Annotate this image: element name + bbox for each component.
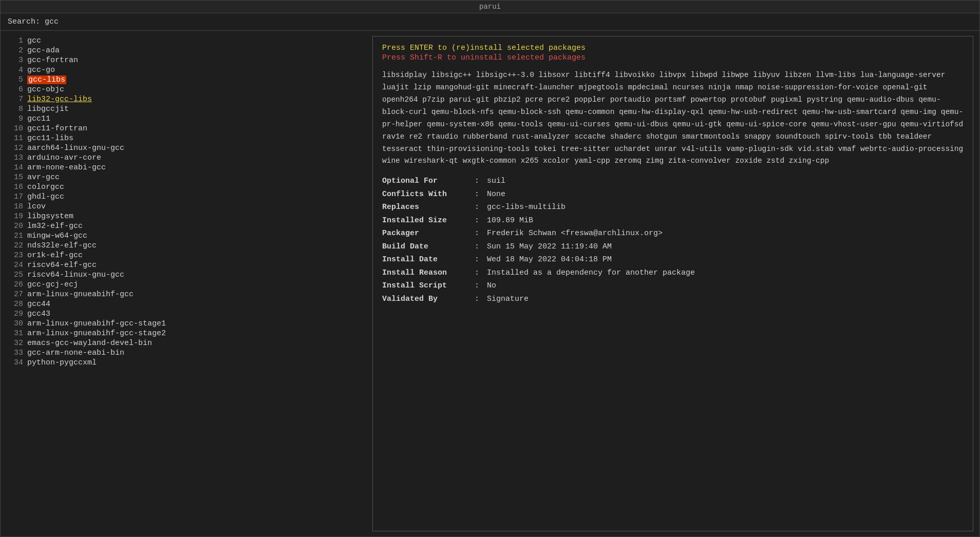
pkg-name: gcc44 (27, 300, 50, 309)
pkg-name: colorgcc (27, 183, 64, 191)
pkg-name: libgccjit (27, 105, 69, 113)
pkg-name: mingw-w64-gcc (27, 232, 87, 240)
list-item[interactable]: 8libgccjit (7, 104, 366, 114)
meta-row: Optional For : suil (382, 175, 964, 188)
meta-key: Packager (382, 227, 475, 240)
list-item[interactable]: 4gcc-go (7, 65, 366, 75)
pkg-name: gcc43 (27, 310, 50, 318)
list-item[interactable]: 7lib32-gcc-libs (7, 94, 366, 104)
meta-value: Frederik Schwan <freswa@archlinux.org> (487, 227, 663, 240)
line-number: 15 (9, 173, 23, 182)
line-number: 1 (9, 36, 23, 45)
pkg-name: gcc-go (27, 66, 55, 74)
meta-colon: : (475, 175, 487, 188)
list-item[interactable]: 9gcc11 (7, 114, 366, 124)
pkg-name: gcc-gcj-ecj (27, 280, 78, 289)
meta-value: 109.89 MiB (487, 214, 533, 227)
list-item[interactable]: 33gcc-arm-none-eabi-bin (7, 348, 366, 358)
list-item[interactable]: 27arm-linux-gnueabihf-gcc (7, 290, 366, 299)
line-number: 11 (9, 134, 23, 143)
list-item[interactable]: 24riscv64-elf-gcc (7, 260, 366, 270)
list-item[interactable]: 1gcc (7, 36, 366, 46)
list-item[interactable]: 34python-pygccxml (7, 358, 366, 368)
line-number: 32 (9, 339, 23, 348)
list-item[interactable]: 14arm-none-eabi-gcc (7, 163, 366, 172)
list-item[interactable]: 16colorgcc (7, 182, 366, 192)
hint-install: Press ENTER to (re)install selected pack… (382, 44, 964, 52)
line-number: 10 (9, 124, 23, 133)
line-number: 22 (9, 241, 23, 250)
meta-colon: : (475, 227, 487, 240)
line-number: 12 (9, 144, 23, 152)
pkg-name: arm-none-eabi-gcc (27, 163, 106, 172)
meta-key: Conflicts With (382, 188, 475, 201)
meta-row: Replaces : gcc-libs-multilib (382, 201, 964, 214)
hint-uninstall: Press Shift-R to uninstall selected pack… (382, 53, 964, 62)
pkg-name: lm32-elf-gcc (27, 222, 83, 231)
search-bar[interactable]: Search: gcc (1, 13, 979, 31)
list-item[interactable]: 19libgsystem (7, 212, 366, 221)
line-number: 3 (9, 56, 23, 65)
meta-colon: : (475, 188, 487, 201)
list-item[interactable]: 5gcc-libs (7, 75, 366, 85)
line-number: 34 (9, 358, 23, 367)
deps-block: libsidplay libsigc++ libsigc++-3.0 libso… (382, 69, 964, 167)
list-item[interactable]: 3gcc-fortran (7, 55, 366, 65)
list-item[interactable]: 22nds32le-elf-gcc (7, 241, 366, 251)
app-window: parui Search: gcc 1gcc2gcc-ada3gcc-fortr… (0, 0, 980, 537)
pkg-name: arduino-avr-core (27, 154, 101, 162)
pkg-name: lib32-gcc-libs (27, 95, 92, 104)
meta-row: Conflicts With : None (382, 188, 964, 201)
list-item[interactable]: 32emacs-gcc-wayland-devel-bin (7, 338, 366, 348)
line-number: 26 (9, 280, 23, 289)
pkg-name: gcc-fortran (27, 56, 78, 65)
meta-row: Installed Size : 109.89 MiB (382, 214, 964, 227)
list-item[interactable]: 20lm32-elf-gcc (7, 221, 366, 231)
list-item[interactable]: 18lcov (7, 202, 366, 212)
meta-colon: : (475, 266, 487, 280)
meta-value: None (487, 188, 505, 201)
line-number: 13 (9, 154, 23, 162)
meta-value: No (487, 279, 496, 293)
list-item[interactable]: 17ghdl-gcc (7, 192, 366, 202)
list-item[interactable]: 29gcc43 (7, 309, 366, 319)
meta-colon: : (475, 293, 487, 306)
meta-key: Install Date (382, 253, 475, 266)
meta-value: Sun 15 May 2022 11:19:40 AM (487, 240, 612, 254)
list-item[interactable]: 13arduino-avr-core (7, 153, 366, 163)
search-label: Search: gcc (8, 17, 59, 26)
list-item[interactable]: 25riscv64-linux-gnu-gcc (7, 270, 366, 280)
pkg-name: riscv64-elf-gcc (27, 261, 97, 270)
pkg-name: lcov (27, 202, 46, 211)
list-item[interactable]: 30arm-linux-gnueabihf-gcc-stage1 (7, 319, 366, 329)
line-number: 31 (9, 329, 23, 338)
meta-colon: : (475, 253, 487, 266)
pkg-name: emacs-gcc-wayland-devel-bin (27, 339, 152, 348)
list-item[interactable]: 2gcc-ada (7, 46, 366, 55)
title-label: parui (479, 3, 501, 11)
list-item[interactable]: 10gcc11-fortran (7, 124, 366, 133)
list-item[interactable]: 21mingw-w64-gcc (7, 231, 366, 241)
pkg-name: ghdl-gcc (27, 193, 64, 201)
meta-table: Optional For : suilConflicts With : None… (382, 175, 964, 305)
list-item[interactable]: 23or1k-elf-gcc (7, 251, 366, 260)
line-number: 5 (9, 75, 23, 84)
list-item[interactable]: 12aarch64-linux-gnu-gcc (7, 143, 366, 153)
line-number: 19 (9, 212, 23, 221)
pkg-name: libgsystem (27, 212, 73, 221)
pkg-name: gcc-ada (27, 46, 60, 55)
line-number: 24 (9, 261, 23, 270)
title-bar: parui (1, 1, 979, 13)
meta-colon: : (475, 279, 487, 293)
pkg-name: arm-linux-gnueabihf-gcc (27, 290, 134, 299)
list-item[interactable]: 26gcc-gcj-ecj (7, 280, 366, 290)
meta-value: Installed as a dependency for another pa… (487, 266, 695, 280)
list-item[interactable]: 6gcc-objc (7, 85, 366, 94)
line-number: 21 (9, 232, 23, 240)
list-item[interactable]: 15avr-gcc (7, 172, 366, 182)
list-item[interactable]: 11gcc11-libs (7, 133, 366, 143)
line-number: 27 (9, 290, 23, 299)
list-item[interactable]: 28gcc44 (7, 299, 366, 309)
list-item[interactable]: 31arm-linux-gnueabihf-gcc-stage2 (7, 329, 366, 338)
line-number: 16 (9, 183, 23, 191)
